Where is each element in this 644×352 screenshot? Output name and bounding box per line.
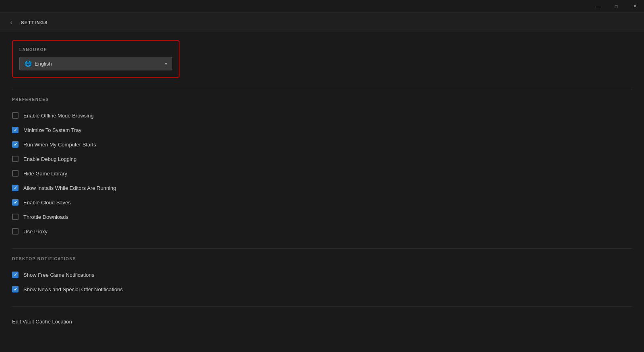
vault-cache-item[interactable]: Edit Vault Cache Location — [12, 315, 632, 329]
language-section-title: LANGUAGE — [19, 47, 172, 52]
pref-checkbox-8[interactable] — [12, 228, 19, 235]
pref-label-0: Enable Offline Mode Browsing — [23, 113, 94, 119]
language-value: English — [35, 61, 52, 67]
pref-checkbox-4[interactable] — [12, 170, 19, 177]
pref-item-4[interactable]: Hide Game Library — [12, 166, 632, 181]
pref-item-6[interactable]: Enable Cloud Saves — [12, 195, 632, 210]
language-select-inner: 🌐 English — [25, 60, 52, 67]
close-button[interactable]: ✕ — [625, 0, 644, 13]
pref-item-2[interactable]: Run When My Computer Starts — [12, 137, 632, 152]
pref-item-7[interactable]: Throttle Downloads — [12, 210, 632, 224]
pref-checkbox-2[interactable] — [12, 141, 19, 148]
notifications-section: DESKTOP NOTIFICATIONS Show Free Game Not… — [12, 257, 632, 296]
app-header: ‹ SETTINGS — [0, 13, 644, 32]
notif-label-0: Show Free Game Notifications — [23, 272, 94, 278]
globe-icon: 🌐 — [25, 60, 31, 67]
divider-notifications-vault — [12, 306, 632, 307]
pref-checkbox-3[interactable] — [12, 156, 19, 162]
pref-checkbox-7[interactable] — [12, 214, 19, 220]
settings-content: LANGUAGE 🌐 English ▾ PREFERENCES Enable … — [0, 32, 644, 352]
pref-label-7: Throttle Downloads — [23, 214, 68, 220]
notifications-section-title: DESKTOP NOTIFICATIONS — [12, 257, 632, 261]
pref-label-3: Enable Debug Logging — [23, 156, 76, 162]
pref-item-8[interactable]: Use Proxy — [12, 224, 632, 239]
divider-preferences-notifications — [12, 248, 632, 249]
titlebar: — □ ✕ — [0, 0, 644, 13]
back-button[interactable]: ‹ — [6, 18, 16, 27]
notif-item-0[interactable]: Show Free Game Notifications — [12, 268, 632, 282]
notif-label-1: Show News and Special Offer Notification… — [23, 286, 123, 292]
page-title: SETTINGS — [21, 20, 48, 25]
language-dropdown[interactable]: 🌐 English ▾ — [19, 57, 172, 70]
titlebar-controls: — □ ✕ — [588, 0, 644, 13]
notif-item-1[interactable]: Show News and Special Offer Notification… — [12, 282, 632, 296]
pref-checkbox-5[interactable] — [12, 185, 19, 191]
divider-language-preferences — [12, 89, 632, 89]
preferences-section-title: PREFERENCES — [12, 97, 632, 102]
minimize-button[interactable]: — — [588, 0, 607, 13]
language-section: LANGUAGE 🌐 English ▾ — [12, 40, 180, 78]
pref-item-3[interactable]: Enable Debug Logging — [12, 152, 632, 166]
pref-checkbox-1[interactable] — [12, 127, 19, 133]
notif-checkbox-0[interactable] — [12, 272, 19, 278]
preferences-section: PREFERENCES Enable Offline Mode Browsing… — [12, 97, 632, 239]
notif-checkbox-1[interactable] — [12, 286, 19, 292]
pref-label-2: Run When My Computer Starts — [23, 142, 96, 148]
pref-label-8: Use Proxy — [23, 228, 47, 235]
pref-item-0[interactable]: Enable Offline Mode Browsing — [12, 108, 632, 123]
pref-label-5: Allow Installs While Editors Are Running — [23, 185, 116, 191]
pref-item-1[interactable]: Minimize To System Tray — [12, 123, 632, 137]
pref-checkbox-0[interactable] — [12, 112, 19, 119]
pref-label-6: Enable Cloud Saves — [23, 200, 71, 206]
pref-label-4: Hide Game Library — [23, 171, 67, 177]
pref-label-1: Minimize To System Tray — [23, 127, 81, 133]
vault-cache-label: Edit Vault Cache Location — [12, 319, 72, 325]
pref-checkbox-6[interactable] — [12, 199, 19, 206]
chevron-down-icon: ▾ — [165, 62, 167, 66]
pref-item-5[interactable]: Allow Installs While Editors Are Running — [12, 181, 632, 195]
maximize-button[interactable]: □ — [607, 0, 625, 13]
